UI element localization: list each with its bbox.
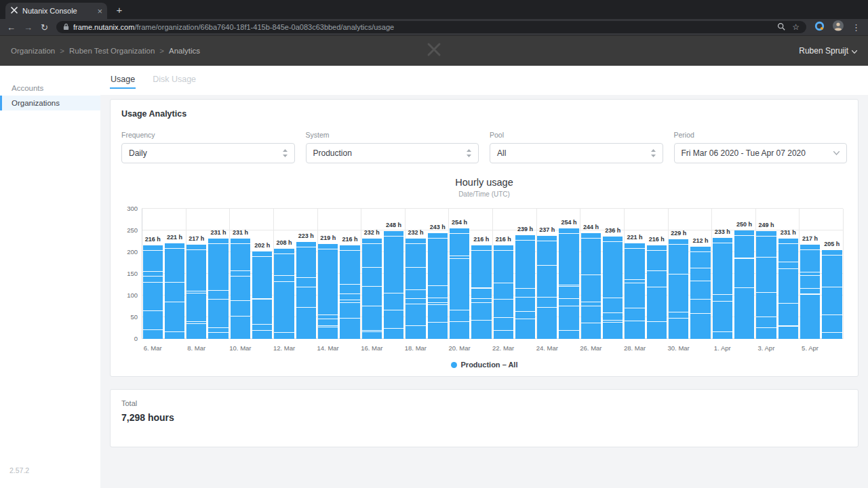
forward-icon[interactable]: →	[24, 23, 33, 32]
filters-row: Frequency Daily System Production	[121, 131, 847, 163]
bar-value-label: 223 h	[298, 232, 314, 239]
bar-value-label: 244 h	[583, 224, 599, 230]
bar-value-label: 217 h	[802, 235, 818, 242]
chart-bar[interactable]	[143, 245, 163, 339]
x-axis-label: 18. Mar	[405, 344, 427, 352]
chart-bar[interactable]	[384, 231, 403, 339]
tab-usage[interactable]: Usage	[110, 72, 136, 89]
bar-slot: 249 h	[755, 209, 777, 339]
chart-bar[interactable]	[208, 239, 228, 339]
chart-bar[interactable]	[669, 239, 688, 339]
user-menu[interactable]: Ruben Spruijt	[799, 46, 857, 56]
tab-title: Nutanix Console	[22, 7, 93, 15]
total-value: 7,298 hours	[121, 412, 847, 423]
sidebar-item-organizations[interactable]: Organizations	[0, 96, 100, 110]
reload-icon[interactable]: ↻	[41, 23, 48, 32]
url-text: frame.nutanix.com/frame/organization/66b…	[73, 23, 394, 31]
app-header: Organization > Ruben Test Organization >…	[0, 35, 868, 66]
chart-bar[interactable]	[537, 236, 557, 339]
chart-bar[interactable]	[713, 238, 732, 339]
tab-disk-usage[interactable]: Disk Usage	[152, 72, 197, 89]
chart-bar[interactable]	[450, 228, 469, 339]
bar-slot: 231 h	[777, 209, 799, 339]
sidebar: Accounts Organizations 2.57.2	[0, 66, 100, 488]
chart-bar[interactable]	[647, 245, 667, 339]
chart-bar[interactable]	[471, 245, 491, 339]
chart-bar[interactable]	[340, 245, 359, 339]
bookmark-star-icon[interactable]: ☆	[792, 22, 800, 32]
breadcrumb: Organization > Ruben Test Organization >…	[11, 47, 200, 55]
frequency-value: Daily	[129, 148, 147, 158]
filter-system: System Production	[306, 131, 479, 163]
chart-bar[interactable]	[274, 249, 294, 339]
bar-slot: 202 h	[252, 209, 273, 339]
bar-slot: 216 h	[471, 209, 492, 339]
total-card: Total 7,298 hours	[110, 389, 859, 447]
chart-bar[interactable]	[800, 245, 820, 339]
frame-extension-icon[interactable]	[814, 21, 825, 34]
bar-value-label: 216 h	[342, 236, 357, 243]
breadcrumb-organization[interactable]: Organization	[11, 47, 55, 55]
bar-value-label: 232 h	[408, 229, 423, 236]
chart-bar[interactable]	[822, 250, 842, 339]
x-axis-label: 28. Mar	[624, 344, 646, 352]
chart-bar[interactable]	[756, 231, 776, 339]
browser-menu-icon[interactable]: ⋮	[852, 22, 861, 33]
address-bar[interactable]: frame.nutanix.com/frame/organization/66b…	[56, 21, 806, 33]
filter-label: Period	[674, 131, 848, 139]
x-axis-label: 10. Mar	[229, 344, 251, 352]
bar-slot: 254 h	[448, 209, 470, 339]
chart-bar[interactable]	[778, 239, 798, 339]
period-select[interactable]: Fri Mar 06 2020 - Tue Apr 07 2020	[674, 143, 848, 163]
bar-slot: 216 h	[339, 209, 361, 339]
chart-bar[interactable]	[494, 245, 513, 339]
breadcrumb-separator: >	[60, 47, 64, 55]
bar-slot: 254 h	[558, 209, 580, 339]
tab-close-icon[interactable]: ×	[97, 7, 102, 16]
x-axis-label: 3. Apr	[757, 344, 774, 352]
chart-bar[interactable]	[734, 230, 754, 339]
chart-bar[interactable]	[559, 228, 578, 339]
chart-bar[interactable]	[165, 243, 184, 339]
bar-slot: 219 h	[317, 209, 339, 339]
chart-bar[interactable]	[581, 233, 601, 339]
new-tab-button[interactable]: +	[111, 1, 127, 18]
bar-slot: 229 h	[668, 209, 690, 339]
bar-value-label: 236 h	[605, 227, 620, 234]
chart-bar[interactable]	[625, 243, 644, 339]
chart-bar[interactable]	[252, 251, 272, 339]
y-axis-label: 150	[119, 270, 138, 277]
x-axis-label: 26. Mar	[580, 344, 601, 352]
stepper-icon	[283, 149, 288, 157]
breadcrumb-separator: >	[159, 47, 164, 55]
browser-tab[interactable]: Nutanix Console ×	[5, 3, 107, 19]
chart-bar[interactable]	[428, 233, 448, 339]
chart-bar[interactable]	[406, 239, 425, 339]
chart-bar[interactable]	[318, 244, 338, 339]
back-icon[interactable]: ←	[7, 23, 16, 32]
bar-value-label: 243 h	[430, 224, 446, 230]
nutanix-favicon	[10, 6, 18, 16]
system-select[interactable]: Production	[306, 143, 479, 163]
chart-bar[interactable]	[231, 239, 250, 339]
zoom-icon[interactable]	[777, 22, 785, 32]
main-area: Usage Disk Usage Usage Analytics Frequen…	[100, 66, 868, 488]
chart-bar[interactable]	[186, 245, 206, 339]
total-label: Total	[121, 399, 847, 407]
x-axis-label: 30. Mar	[668, 344, 690, 352]
bar-slot: 243 h	[427, 209, 448, 339]
chart-legend[interactable]: Production – All	[121, 361, 847, 369]
breadcrumb-ruben-test-organization[interactable]: Ruben Test Organization	[69, 47, 155, 55]
chart-bar[interactable]	[515, 235, 535, 339]
chart-bar[interactable]	[690, 247, 710, 339]
usage-analytics-card: Usage Analytics Frequency Daily System	[110, 99, 859, 377]
bar-slot: 216 h	[142, 209, 163, 339]
chart-bar[interactable]	[296, 242, 316, 339]
chart-bar[interactable]	[603, 237, 623, 339]
bar-slot: 217 h	[799, 209, 821, 339]
chart-bar[interactable]	[362, 239, 382, 339]
sidebar-item-accounts[interactable]: Accounts	[0, 81, 100, 96]
pool-select[interactable]: All	[490, 143, 663, 163]
profile-avatar[interactable]	[833, 20, 844, 34]
frequency-select[interactable]: Daily	[121, 143, 295, 163]
